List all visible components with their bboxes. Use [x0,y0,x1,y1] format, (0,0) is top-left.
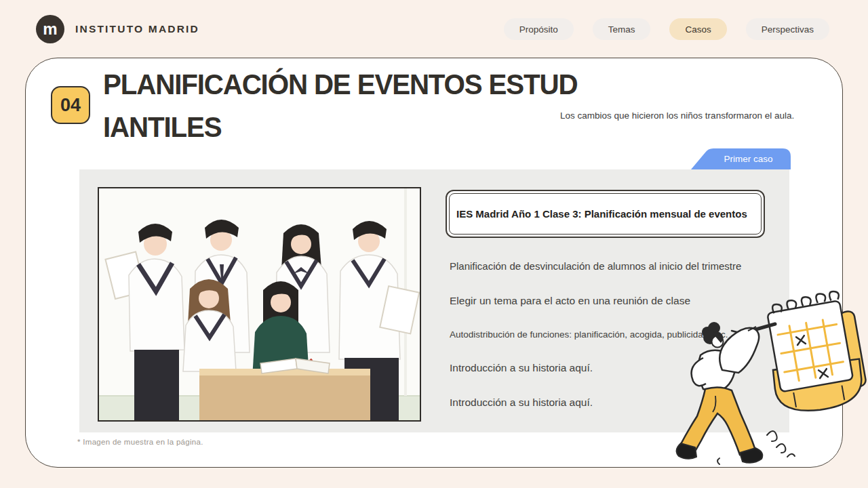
person-calendar-icon [675,287,868,474]
list-item: Introducción a su historia aquí. [450,362,593,374]
image-footnote: * Imagen de muestra en la página. [77,438,203,446]
page-title-line2: IANTILES [103,111,221,144]
slide-subtitle: Los cambios que hicieron los niños trans… [560,110,804,121]
students-photo-illustration [99,188,420,420]
case-dropdown-value: IES Madrid Año 1 Clase 3: Planificación … [456,208,747,220]
person-marking-calendar-illustration [675,287,868,474]
brand-title: INSTITUTO MADRID [75,23,199,35]
case-tab-label: Primer caso [711,148,785,169]
students-photo [98,187,421,422]
list-item: Elegir un tema para el acto en una reuni… [450,295,690,307]
logo-glyph: m [43,20,57,39]
slide-number-badge: 04 [51,86,90,124]
case-dropdown-inner: IES Madrid Año 1 Clase 3: Planificación … [449,193,762,235]
case-dropdown[interactable]: IES Madrid Año 1 Clase 3: Planificación … [446,190,765,238]
case-tab[interactable]: Primer caso [691,148,791,169]
brand-logo-icon: m [36,15,64,43]
main-nav: Propósito Temas Casos Perspectivas [504,18,829,40]
nav-item-perspectivas[interactable]: Perspectivas [746,18,829,40]
nav-item-proposito[interactable]: Propósito [504,18,574,40]
nav-item-temas[interactable]: Temas [593,18,651,40]
list-item: Introducción a su historia aquí. [450,396,593,409]
page-title-line1: PLANIFICACIÓN DE EVENTOS ESTUD [103,68,577,101]
header: m INSTITUTO MADRID Propósito Temas Casos… [0,0,868,58]
nav-item-casos[interactable]: Casos [669,18,726,40]
list-item: Planificación de desvinculación de alumn… [450,260,741,272]
